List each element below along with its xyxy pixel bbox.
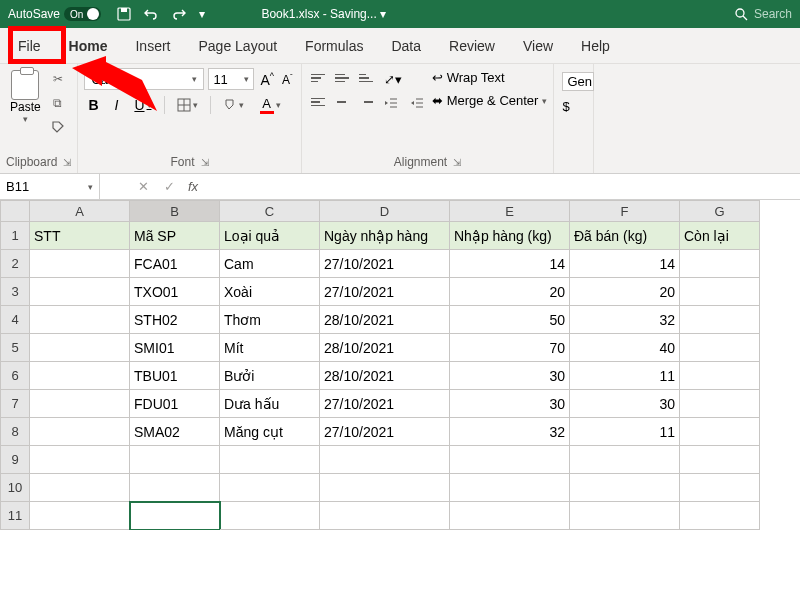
cell[interactable]: [680, 278, 760, 306]
cell[interactable]: Nhập hàng (kg): [450, 222, 570, 250]
cell[interactable]: STH02: [130, 306, 220, 334]
align-right-icon[interactable]: [356, 92, 376, 112]
cell[interactable]: Loại quả: [220, 222, 320, 250]
column-header[interactable]: E: [450, 200, 570, 222]
row-header[interactable]: 10: [0, 474, 30, 502]
align-middle-icon[interactable]: [332, 68, 352, 88]
tab-view[interactable]: View: [509, 28, 567, 63]
borders-button[interactable]: ▾: [173, 96, 202, 114]
cell[interactable]: [680, 334, 760, 362]
cell[interactable]: [680, 446, 760, 474]
row-header[interactable]: 6: [0, 362, 30, 390]
align-top-icon[interactable]: [308, 68, 328, 88]
row-header[interactable]: 1: [0, 222, 30, 250]
cell[interactable]: [30, 362, 130, 390]
wrap-text-button[interactable]: ↩Wrap Text: [432, 70, 548, 85]
cell[interactable]: [570, 446, 680, 474]
cut-icon[interactable]: ✂: [49, 70, 67, 88]
cell[interactable]: [450, 446, 570, 474]
merge-center-button[interactable]: ⬌Merge & Center ▾: [432, 93, 548, 108]
tab-insert[interactable]: Insert: [121, 28, 184, 63]
cell[interactable]: 27/10/2021: [320, 418, 450, 446]
undo-icon[interactable]: [143, 7, 159, 21]
cell[interactable]: [320, 502, 450, 530]
tab-review[interactable]: Review: [435, 28, 509, 63]
column-header[interactable]: F: [570, 200, 680, 222]
cell[interactable]: [130, 502, 220, 530]
font-color-button[interactable]: A▾: [256, 94, 285, 116]
cell[interactable]: Cam: [220, 250, 320, 278]
cell[interactable]: [320, 446, 450, 474]
orientation-icon[interactable]: ⤢▾: [380, 70, 428, 89]
cell[interactable]: [680, 362, 760, 390]
align-center-icon[interactable]: [332, 92, 352, 112]
cell[interactable]: [30, 446, 130, 474]
cell[interactable]: Mã SP: [130, 222, 220, 250]
cell[interactable]: 11: [570, 362, 680, 390]
row-header[interactable]: 11: [0, 502, 30, 530]
cell[interactable]: 28/10/2021: [320, 306, 450, 334]
font-name-select[interactable]: Calibri▾: [84, 68, 204, 90]
cell[interactable]: [30, 250, 130, 278]
cell[interactable]: [570, 474, 680, 502]
row-header[interactable]: 7: [0, 390, 30, 418]
cell[interactable]: [680, 250, 760, 278]
cell[interactable]: [30, 390, 130, 418]
align-bottom-icon[interactable]: [356, 68, 376, 88]
cell[interactable]: Ngày nhập hàng: [320, 222, 450, 250]
font-size-select[interactable]: 11▾: [208, 68, 254, 90]
cell[interactable]: [680, 418, 760, 446]
cancel-icon[interactable]: ✕: [130, 179, 156, 194]
tab-home[interactable]: Home: [55, 28, 122, 63]
cell[interactable]: Dưa hấu: [220, 390, 320, 418]
cell[interactable]: 50: [450, 306, 570, 334]
cell[interactable]: 14: [450, 250, 570, 278]
decrease-indent-icon[interactable]: [380, 95, 402, 111]
number-format-select[interactable]: Gen: [562, 72, 594, 91]
cell[interactable]: Xoài: [220, 278, 320, 306]
cell[interactable]: [220, 502, 320, 530]
row-header[interactable]: 9: [0, 446, 30, 474]
cell[interactable]: Mít: [220, 334, 320, 362]
cell[interactable]: 70: [450, 334, 570, 362]
increase-font-icon[interactable]: A^: [258, 71, 276, 88]
tab-data[interactable]: Data: [377, 28, 435, 63]
bold-button[interactable]: B: [84, 95, 102, 115]
cell[interactable]: 40: [570, 334, 680, 362]
cell[interactable]: Thơm: [220, 306, 320, 334]
cell[interactable]: Bưởi: [220, 362, 320, 390]
cell[interactable]: [30, 474, 130, 502]
cell[interactable]: 30: [450, 362, 570, 390]
cell[interactable]: [130, 474, 220, 502]
row-header[interactable]: 4: [0, 306, 30, 334]
column-header[interactable]: G: [680, 200, 760, 222]
cell[interactable]: TXO01: [130, 278, 220, 306]
cell[interactable]: [130, 446, 220, 474]
cell[interactable]: 27/10/2021: [320, 278, 450, 306]
fx-icon[interactable]: fx: [182, 179, 204, 194]
alignment-launcher-icon[interactable]: ⇲: [453, 157, 461, 168]
cell[interactable]: [220, 446, 320, 474]
cell[interactable]: [450, 502, 570, 530]
cell[interactable]: [680, 474, 760, 502]
cell[interactable]: Đã bán (kg): [570, 222, 680, 250]
formula-input[interactable]: [204, 174, 800, 199]
cell[interactable]: STT: [30, 222, 130, 250]
cell[interactable]: Măng cụt: [220, 418, 320, 446]
cell[interactable]: [30, 418, 130, 446]
redo-icon[interactable]: [171, 7, 187, 21]
underline-button[interactable]: U ▾: [130, 95, 155, 115]
autosave-toggle[interactable]: On: [64, 7, 101, 21]
qat-dropdown-icon[interactable]: ▾: [199, 7, 205, 21]
cell[interactable]: 20: [450, 278, 570, 306]
cell[interactable]: [30, 502, 130, 530]
cell[interactable]: [30, 278, 130, 306]
tab-help[interactable]: Help: [567, 28, 624, 63]
tab-formulas[interactable]: Formulas: [291, 28, 377, 63]
cell[interactable]: SMA02: [130, 418, 220, 446]
copy-icon[interactable]: ⧉: [49, 94, 67, 112]
row-header[interactable]: 5: [0, 334, 30, 362]
clipboard-launcher-icon[interactable]: ⇲: [63, 157, 71, 168]
row-header[interactable]: 8: [0, 418, 30, 446]
column-header[interactable]: D: [320, 200, 450, 222]
